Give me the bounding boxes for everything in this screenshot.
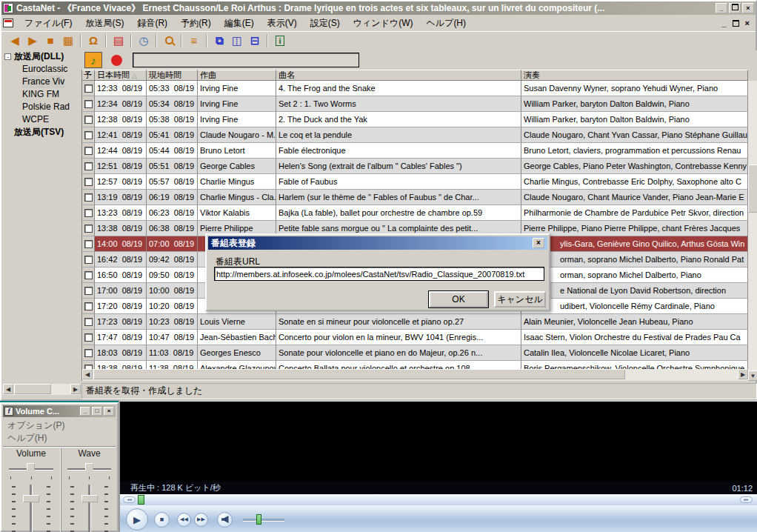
child-minimize-button[interactable]: _	[721, 19, 726, 27]
scroll-left-icon[interactable]: ◀	[3, 384, 13, 394]
child-restore-button[interactable]	[733, 20, 739, 27]
info-button[interactable]: i	[271, 33, 289, 48]
seek-rewind-button[interactable]: ◂◂	[123, 496, 136, 503]
reserve-checkbox[interactable]	[84, 100, 93, 108]
column-header-performers[interactable]: 演奏	[521, 70, 748, 81]
reserve-checkbox[interactable]	[84, 349, 93, 357]
scroll-down-icon[interactable]: ▼	[748, 370, 757, 381]
scroll-thumb[interactable]	[93, 369, 625, 379]
player-stop-button[interactable]: ■	[154, 512, 170, 528]
reserve-checkbox[interactable]	[84, 225, 93, 233]
player-volume-slider[interactable]	[243, 512, 295, 527]
scroll-left-icon[interactable]: ◀	[82, 369, 93, 379]
reserve-checkbox[interactable]	[84, 209, 93, 217]
table-row[interactable]: 13:23 08/1906:23 08/19Viktor KalabisBajk…	[82, 205, 748, 221]
menu-edit[interactable]: 編集(E)	[218, 16, 261, 31]
tree-root-dll[interactable]: - 放送局(DLL)	[3, 50, 81, 63]
table-row[interactable]: 12:41 08/1905:41 08/19Claude Nougaro - M…	[82, 127, 748, 143]
timer-button[interactable]: ◷	[135, 33, 153, 48]
schedule-button[interactable]: ▦	[59, 33, 77, 48]
menu-record[interactable]: 録音(R)	[130, 16, 174, 31]
column-header-title[interactable]: 曲名	[276, 70, 521, 81]
reserve-checkbox[interactable]	[84, 271, 93, 279]
table-row[interactable]: 12:51 08/1905:51 08/19George CablesHelen…	[82, 159, 748, 174]
wave-balance-slider[interactable]	[67, 463, 111, 476]
menu-stations[interactable]: 放送局(S)	[79, 16, 130, 31]
reserve-checkbox[interactable]	[84, 318, 93, 326]
collapse-icon[interactable]: -	[4, 53, 11, 60]
reserve-checkbox[interactable]	[84, 256, 93, 264]
column-header-reserve[interactable]: 予	[82, 70, 95, 81]
reserve-checkbox[interactable]	[84, 116, 93, 124]
cancel-button[interactable]: キャンセル	[494, 291, 546, 307]
stop-button[interactable]: ■	[41, 33, 59, 48]
reserve-checkbox[interactable]	[84, 147, 93, 155]
tree-horizontal-scrollbar[interactable]: ◀ ▶	[3, 384, 81, 395]
tree-item-france-vivace[interactable]: France Viv	[3, 76, 81, 88]
mdi-child-icon[interactable]	[3, 19, 13, 27]
player-mute-button[interactable]	[217, 512, 233, 528]
table-vertical-scrollbar[interactable]: ▲ ▼	[748, 70, 757, 381]
minimize-button[interactable]: _	[716, 3, 727, 13]
seek-forward-button[interactable]: ▸▸	[740, 496, 753, 503]
player-previous-button[interactable]: ◀◀	[177, 513, 191, 527]
tile-vertical-button[interactable]: ◫	[228, 33, 246, 48]
search-button[interactable]	[160, 33, 178, 48]
program-list-button[interactable]: ▤	[110, 33, 127, 48]
close-button[interactable]: ×	[742, 3, 754, 13]
table-row[interactable]: 17:23 08/1910:23 08/19Louis VierneSonate…	[82, 314, 748, 330]
menu-reserve[interactable]: 予約(R)	[174, 16, 218, 31]
reserve-checkbox[interactable]	[84, 193, 93, 202]
slider-thumb[interactable]	[81, 495, 98, 502]
tree-item-wcpe[interactable]: WCPE	[3, 113, 81, 126]
menu-window[interactable]: ウィンドウ(W)	[347, 16, 420, 31]
column-header-jp-time[interactable]: 日本時間 △	[95, 70, 147, 81]
column-header-composer[interactable]: 作曲	[198, 70, 276, 81]
volume-minimize-button[interactable]: _	[80, 407, 90, 416]
player-next-button[interactable]: ▶▶	[194, 513, 208, 527]
back-button[interactable]: ◀	[6, 33, 24, 48]
table-row[interactable]: 12:38 08/1905:38 08/19Irving Fine2. The …	[82, 112, 748, 127]
tree-item-polskie-radio[interactable]: Polskie Rad	[3, 101, 81, 113]
scroll-thumb[interactable]	[14, 384, 51, 394]
table-row[interactable]: 12:33 08/1905:33 08/19Irving Fine4. The …	[82, 81, 748, 96]
record-filename-input[interactable]	[133, 53, 359, 67]
column-header-local-time[interactable]: 現地時間	[147, 70, 198, 81]
table-row[interactable]: 12:57 08/1905:57 08/19Charlie MingusFabl…	[82, 174, 748, 190]
tile-horizontal-button[interactable]: ⊟	[246, 33, 264, 48]
ok-button[interactable]: OK	[429, 291, 488, 307]
tree-item-euroclassic[interactable]: Euroclassic	[3, 63, 81, 76]
wave-level-slider[interactable]	[61, 485, 117, 532]
program-guide-url-input[interactable]	[214, 267, 544, 281]
scroll-thumb[interactable]	[748, 164, 757, 213]
table-row[interactable]: 17:47 08/1910:47 08/19Jean-Sébastien Bac…	[82, 330, 748, 345]
play-button[interactable]: ▶	[24, 33, 41, 48]
menu-file[interactable]: ファイル(F)	[18, 16, 79, 31]
volume-close-button[interactable]: ×	[104, 407, 114, 416]
menu-view[interactable]: 表示(V)	[261, 16, 304, 31]
tree-item-king-fm[interactable]: KING FM	[3, 88, 81, 101]
reserve-checkbox[interactable]	[84, 287, 93, 295]
scroll-right-icon[interactable]: ▶	[70, 384, 81, 394]
table-row[interactable]: 18:38 08/1911:38 08/19Alexandre Glazouno…	[82, 361, 748, 369]
scroll-right-icon[interactable]: ▶	[738, 369, 748, 379]
reserve-checkbox[interactable]	[84, 162, 93, 170]
child-close-button[interactable]: ×	[745, 19, 750, 27]
slider-thumb[interactable]	[27, 463, 35, 474]
table-row[interactable]: 13:19 08/1906:19 08/19Charlie Mingus - C…	[82, 190, 748, 205]
volume-level-slider[interactable]	[3, 485, 59, 532]
refresh-button[interactable]: Ω	[84, 33, 102, 48]
table-horizontal-scrollbar[interactable]: ◀ ▶	[82, 369, 748, 381]
volume-maximize-button[interactable]: □	[92, 407, 102, 416]
table-row[interactable]: 12:34 08/1905:34 08/19Irving FineSet 2 :…	[82, 96, 748, 112]
reserve-checkbox[interactable]	[84, 178, 93, 186]
menu-settings[interactable]: 設定(S)	[304, 16, 347, 31]
seek-bar[interactable]: ◂◂ ▸▸	[120, 494, 757, 505]
tree-root-tsv[interactable]: 放送局(TSV)	[3, 126, 81, 139]
reserve-checkbox[interactable]	[84, 333, 93, 342]
reserve-checkbox[interactable]	[84, 302, 93, 310]
restore-button[interactable]	[729, 3, 741, 13]
table-row[interactable]: 12:44 08/1905:44 08/19Bruno LetortFable …	[82, 143, 748, 159]
slider-thumb[interactable]	[23, 495, 39, 502]
now-playing-button[interactable]: ♪	[84, 52, 102, 68]
